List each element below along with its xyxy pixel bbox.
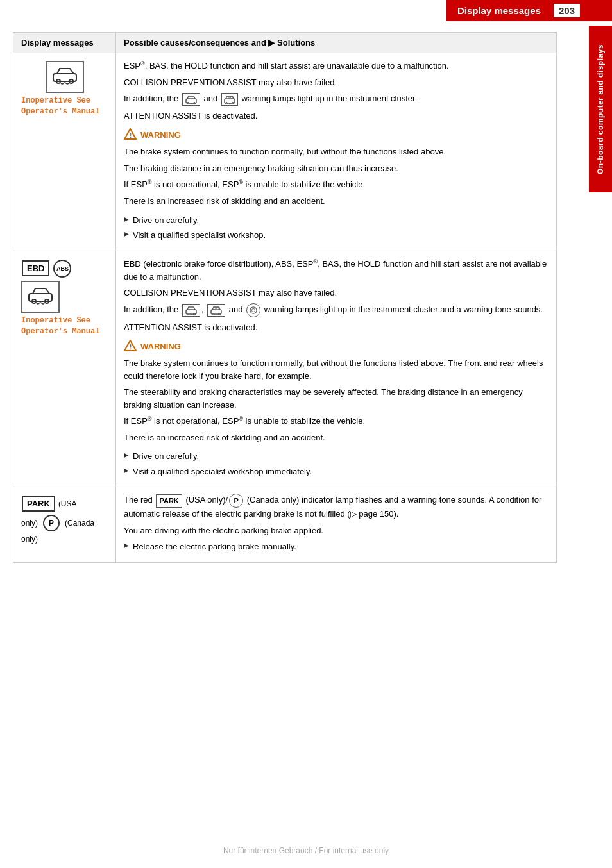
row2-icon-cell: EBD ABS bbox=[13, 251, 116, 487]
main-content: Display messages Possible causes/consequ… bbox=[0, 0, 589, 582]
esp-off-badge2: OFF bbox=[210, 305, 222, 315]
svg-text:!: ! bbox=[130, 344, 132, 351]
row3-canada-label: (Canada bbox=[65, 519, 94, 528]
row1-warning-p3: If ESP® is not operational, ESP® is unab… bbox=[124, 178, 548, 191]
side-tab: On-board computer and displays bbox=[589, 26, 612, 192]
row1-warning-p4: There is an increased risk of skidding a… bbox=[124, 195, 548, 208]
table-row: Inoperative SeeOperator's Manual ESP®, B… bbox=[13, 53, 557, 251]
car-badge-icon bbox=[185, 305, 197, 315]
row1-warning-p2: The braking distance in an emergency bra… bbox=[124, 162, 548, 175]
row2-para2: COLLISION PREVENTION ASSIST may also hav… bbox=[124, 287, 548, 299]
row3-park-icons: PARK (USA bbox=[21, 495, 108, 512]
svg-text:OFF: OFF bbox=[215, 306, 221, 310]
row1-content: ESP®, BAS, the HOLD function and hill st… bbox=[116, 53, 557, 251]
row3-usa-only: (USA bbox=[58, 499, 77, 508]
warning-triangle-icon: ! bbox=[124, 128, 137, 142]
footer-text: Nur für internen Gebrauch / For internal… bbox=[223, 846, 389, 855]
row2-ebd-icons: EBD ABS bbox=[21, 259, 108, 278]
page-number: 203 bbox=[554, 4, 580, 17]
ebd-badge: EBD bbox=[22, 260, 49, 276]
abs-badge: ABS bbox=[53, 260, 71, 278]
p-circle-badge: P bbox=[43, 515, 60, 531]
row2-warning-header: ! WARNING bbox=[124, 340, 548, 353]
row1-para4: ATTENTION ASSIST is deactivated. bbox=[124, 110, 548, 122]
display-table: Display messages Possible causes/consequ… bbox=[13, 32, 557, 563]
row2-badge2: OFF bbox=[207, 304, 225, 317]
esp-car-icon2 bbox=[28, 285, 53, 305]
row1-warning-header: ! WARNING bbox=[124, 128, 548, 142]
row1-para2: COLLISION PREVENTION ASSIST may also hav… bbox=[124, 76, 548, 89]
row3-content: The red PARK (USA only)/P (Canada only) … bbox=[116, 487, 557, 563]
p-inline-badge: P bbox=[229, 494, 243, 508]
row3-para1: The red PARK (USA only)/P (Canada only) … bbox=[124, 494, 548, 521]
row2-warning-label: WARNING bbox=[140, 342, 181, 351]
warning-triangle-icon2: ! bbox=[124, 340, 137, 353]
row2-badge3 bbox=[246, 303, 260, 317]
footer: Nur für internen Gebrauch / For internal… bbox=[0, 840, 612, 862]
warning-lamp-badge2: OFF bbox=[221, 93, 238, 106]
esp-off-badge: OFF bbox=[224, 94, 235, 104]
row2-w-p3: If ESP® is not operational, ESP® is unab… bbox=[124, 415, 548, 428]
side-tab-label: On-board computer and displays bbox=[596, 44, 605, 174]
row1-bullet2: Visit a qualified specialist workshop. bbox=[124, 229, 548, 242]
row1-warning-p1: The brake system continues to function n… bbox=[124, 146, 548, 158]
row3-only-label: only) bbox=[21, 519, 38, 528]
row2-inoperative-text: Inoperative SeeOperator's Manual bbox=[21, 315, 108, 337]
row2-content: EBD (electronic brake force distribution… bbox=[116, 251, 557, 487]
table-row: EBD ABS bbox=[13, 251, 557, 487]
row2-w-p1: The brake system continues to function n… bbox=[124, 357, 548, 382]
row1-bullet1: Drive on carefully. bbox=[124, 214, 548, 227]
svg-text:OFF: OFF bbox=[228, 96, 234, 99]
svg-point-22 bbox=[250, 306, 257, 313]
header-title: Display messages bbox=[457, 5, 541, 16]
row2-badge1 bbox=[182, 304, 200, 317]
row1-warning: ! WARNING The brake system continues to … bbox=[124, 128, 548, 207]
row3-para2: You are driving with the electric parkin… bbox=[124, 524, 548, 537]
row2-para1: EBD (electronic brake force distribution… bbox=[124, 258, 548, 283]
warning-label: WARNING bbox=[140, 130, 181, 140]
park-inline-badge: PARK bbox=[156, 494, 182, 508]
row1-icon-cell: Inoperative SeeOperator's Manual bbox=[13, 53, 116, 251]
table-row: PARK (USA only) P (Canada only) The red … bbox=[13, 487, 557, 563]
row2-para4: ATTENTION ASSIST is deactivated. bbox=[124, 321, 548, 334]
car-icon-small bbox=[185, 94, 197, 104]
row3-bullet1: Release the electric parking brake manua… bbox=[124, 540, 548, 553]
row2-bullet2: Visit a qualified specialist workshop im… bbox=[124, 465, 548, 478]
warning-lamp-badge1 bbox=[182, 93, 200, 106]
svg-text:!: ! bbox=[130, 132, 132, 139]
row2-para3: In addition, the , bbox=[124, 303, 548, 317]
row2-w-p2: The steerability and braking characteris… bbox=[124, 386, 548, 411]
svg-point-23 bbox=[251, 308, 255, 312]
row1-inoperative-text: Inoperative SeeOperator's Manual bbox=[21, 96, 108, 117]
park-badge: PARK bbox=[22, 496, 55, 512]
row3-icon-cell: PARK (USA only) P (Canada only) bbox=[13, 487, 116, 563]
row1-para1: ESP®, BAS, the HOLD function and hill st… bbox=[124, 60, 548, 72]
col2-header-text: Possible causes/consequences and ▶ Solut… bbox=[124, 38, 315, 47]
circle-badge-icon bbox=[250, 306, 257, 315]
col1-header: Display messages bbox=[13, 33, 116, 53]
col2-header: Possible causes/consequences and ▶ Solut… bbox=[116, 33, 557, 53]
row2-bullet1: Drive on carefully. bbox=[124, 450, 548, 463]
row3-only2-label: only) bbox=[21, 535, 38, 544]
row2-w-p4: There is an increased risk of skidding a… bbox=[124, 431, 548, 444]
row2-warning: ! WARNING The brake system continues to … bbox=[124, 340, 548, 444]
header-bar: Display messages 203 bbox=[446, 0, 612, 21]
esp-car-icon bbox=[52, 65, 78, 85]
row1-para3: In addition, the and bbox=[124, 92, 548, 106]
